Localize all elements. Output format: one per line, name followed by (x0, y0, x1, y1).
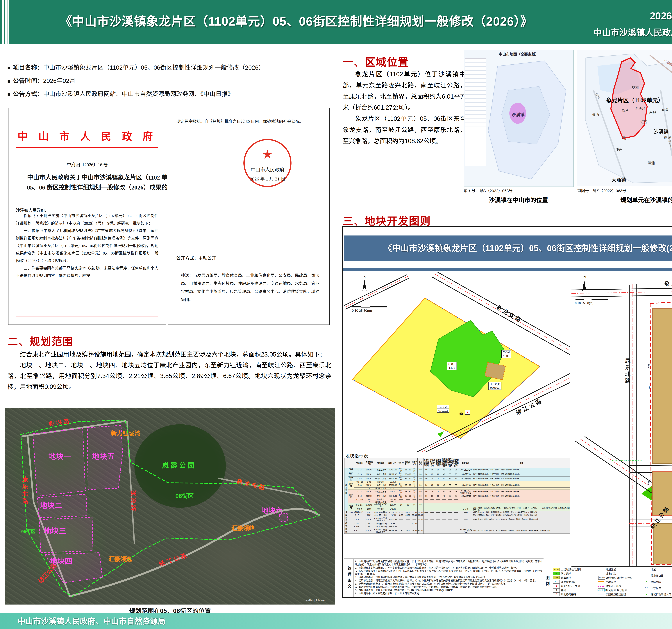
table-cell: C-15 (354, 490, 365, 494)
table-cell: 40 (441, 468, 447, 472)
legend-item: ▲建议机动车出入口 (643, 592, 672, 596)
svg-text:0 10 25 50(m): 0 10 25 50(m) (575, 301, 593, 305)
table-cell: —— (459, 511, 473, 514)
table-cell: —— (441, 522, 447, 525)
parcel-code-label: C-8-31401 (447, 362, 457, 370)
satellite-label: 地块三 (44, 527, 66, 535)
table-cell: 60.00 (417, 514, 424, 517)
table-cell: 兼容用地070102，指标：容积率上限2.8，建筑密度上限30%，绿地率下限38… (473, 511, 571, 514)
table-cell: —— (424, 511, 429, 514)
table-cell: 10—15 (411, 472, 417, 476)
table-cell: —— (441, 514, 447, 517)
table-header: 用地性质代码 (365, 458, 373, 468)
plan-map-right: N 0 10 25 50(m) (572, 272, 672, 566)
map2-caption: 规划单元在沙溪镇的位置 (577, 195, 672, 204)
table-cell: C-17(1) (354, 498, 365, 500)
table-cell: —— (404, 487, 411, 490)
table-cell: —— (447, 528, 453, 534)
table-cell: —— (441, 500, 447, 503)
legend-item: 建筑退让红线 (598, 584, 641, 588)
header-date: 2026年02月 (650, 8, 672, 22)
satellite-label: 地块二 (40, 502, 62, 510)
table-cell: 100101 (365, 494, 373, 498)
table-cell: —— (435, 487, 441, 490)
indicator-table: 地块编码用地性质代码用地性质面积（m²）容积率建筑密度（%）绿地率（%）限高（m… (344, 458, 570, 559)
table-cell: 0901 商业用地 (373, 514, 388, 517)
table-cell: —— (429, 525, 435, 528)
decor-stripe (8, 0, 9, 44)
table-cell: 1.0—3.5 (398, 490, 404, 494)
legend-swatch: ↗ (643, 580, 649, 583)
map1-review-no: 审图号：粤S（2022）063号 (464, 188, 512, 193)
table-cell: 1.0—3.5 (398, 476, 404, 481)
table-cell: 10—15 (411, 483, 417, 487)
table-cell: 生产性建筑高度≤50米，特殊工艺除外；配套设施建筑高度≤100米。 (473, 490, 571, 494)
table-cell: 生产性建筑高度≤50米，特殊工艺除外；配套设施建筑高度≤100米。 (473, 476, 571, 481)
footer-bar: 中山市沙溪镇人民政府、中山市自然资源局 (0, 613, 672, 629)
table-cell: 90 (411, 481, 417, 483)
decor-stripe (2, 0, 4, 44)
table-cell: —— (398, 481, 404, 483)
table-cell: —— (453, 511, 459, 514)
legend-item: 禁止开口线 (643, 574, 672, 578)
table-cell: 50 (424, 490, 429, 494)
document-body: 你镇《关于批准实施〈中山市沙溪镇象龙片区（1102单元）05、06街区控制性详细… (16, 212, 158, 280)
table-cell: 10—15 (411, 476, 417, 481)
table-cell: 一类工业用地 (373, 472, 388, 476)
plan-sheet-panel: 《中山市沙溪镇象龙片区（1102单元）05、06街区控制性详细规划一般修改(20… (342, 226, 672, 598)
legend-swatch (643, 575, 649, 576)
table-cell: 40 (441, 472, 447, 476)
table-cell: —— (404, 507, 411, 511)
table-cell: 7661.1 (388, 500, 398, 503)
table-cell: 740.46 (388, 507, 398, 511)
table-cell: —— (435, 507, 441, 511)
table-header: 限高（m） (417, 458, 424, 468)
table-cell: 兼容用地0901，指标：容积率上限3.0，建筑密度上限35%，绿地率下限30%，… (473, 517, 571, 522)
document-footer-rule (17, 315, 158, 317)
table-cell: 1506 (365, 507, 373, 511)
table-cell: 一类工业用地 (373, 483, 388, 487)
table-cell: 防护绿地 (373, 481, 388, 483)
table-cell: 60.00 (417, 528, 424, 534)
table-cell: —— (429, 507, 435, 511)
land-parcel (653, 523, 672, 564)
table-cell: 1402 防护绿地 (373, 522, 388, 525)
table-cell: 50 (424, 472, 429, 476)
table-cell: —— (447, 517, 453, 522)
satellite-map: 地块一 地块五 地块二 地块三 地块四 地块六 象 兴 路 康乐北路 兴溪路 岐… (5, 408, 335, 605)
poster-page: 《中山市沙溪镇象龙片区（1102单元）05、06街区控制性详细规划一般修改（20… (0, 0, 672, 629)
table-cell: 10KV开关站 (459, 494, 473, 498)
table-cell: 3.00 (398, 514, 404, 517)
town-location-map: 象龙片区（1102单元） 沙溪镇 西区街道 南区街道 大涌镇 圣狮 象角 龙头环… (577, 50, 672, 186)
legend-swatch (643, 570, 649, 570)
table-cell (459, 525, 473, 528)
table-cell: 35.00 (404, 514, 411, 517)
table-cell: —— (435, 528, 441, 534)
note-item: 2、规划所确定的地块界限，并不一定代表实际开发的用地红线范围，在具体的开发建设中… (355, 566, 543, 569)
table-cell: 2.5 (398, 503, 404, 507)
table-cell: 070102 二类城镇住宅用地 (373, 528, 388, 534)
table-cell (473, 481, 571, 483)
table-cell: 1402 (365, 481, 373, 483)
table-cell: 50 (424, 483, 429, 487)
satellite-label: 康乐北路 (22, 476, 28, 505)
table-header: 新建下沉式绿地率推荐值(%) (447, 458, 453, 468)
table-cell: —— (435, 500, 441, 503)
legend-item: ☒规划移动基站 (553, 592, 596, 596)
note-item: 4、绿色建筑指引：规划地块的新建建筑应按《中山市绿色建筑发展专项规划（2022-… (355, 576, 543, 579)
table-cell: —— (417, 500, 424, 503)
table-cell: —— (441, 487, 447, 490)
table-cell: —— (411, 517, 417, 522)
table-cell: 30.00 (411, 511, 417, 514)
legend-label-box: 图例 (544, 566, 552, 597)
table-block: 地块五 (348, 490, 354, 503)
table-cell (459, 522, 473, 525)
section1-heading: 一、区域位置 (343, 54, 409, 69)
legend-swatch: 070102 (553, 568, 560, 571)
table-cell: 50 (417, 483, 424, 487)
legend-item: 用地边界 (598, 580, 641, 584)
table-cell: —— (453, 517, 459, 522)
table-header: 配套设施 (459, 458, 473, 468)
table-cell: C-26 (354, 472, 365, 476)
table-cell (473, 522, 571, 525)
